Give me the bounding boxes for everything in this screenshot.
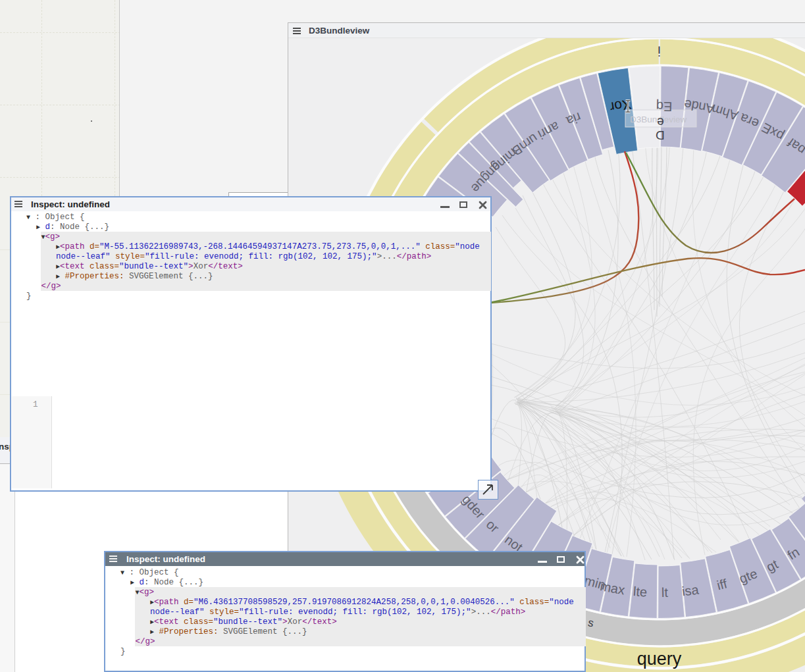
svg-text:lte: lte [633,584,648,600]
svg-text:e: e [657,115,664,129]
svg-text:query: query [637,649,682,669]
svg-text:lt: lt [662,585,669,600]
svg-text:isa: isa [681,582,700,598]
svg-text:D: D [656,128,665,142]
svg-text:i: i [658,43,661,59]
svg-text:Eq: Eq [656,99,673,115]
